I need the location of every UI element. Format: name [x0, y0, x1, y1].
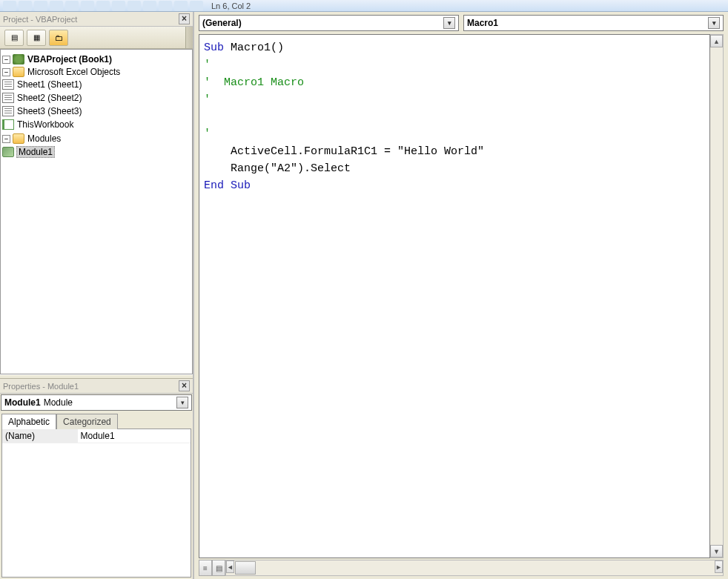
toolbar-icon[interactable] [65, 1, 79, 11]
main-toolbar[interactable]: Ln 6, Col 2 [0, 0, 728, 12]
scroll-right-icon[interactable]: ► [715, 560, 723, 573]
object-icon: ▦ [33, 33, 40, 42]
toolbar-icon[interactable] [174, 1, 188, 11]
object-dropdown-value: (General) [202, 18, 242, 28]
properties-grid[interactable]: (Name) Module1 [1, 429, 191, 578]
code-comment: ' [204, 93, 211, 106]
code-keyword: Sub [204, 42, 224, 54]
cursor-position: Ln 6, Col 2 [205, 1, 257, 10]
project-panel-title: Project - VBAProject × [0, 12, 193, 27]
toolbar-icon[interactable] [81, 1, 94, 11]
code-comment: ' [204, 59, 211, 71]
code-text: Macro1() [224, 42, 284, 54]
scroll-up-icon[interactable]: ▲ [710, 35, 723, 47]
tree-root-label[interactable]: VBAProject (Book1) [27, 54, 113, 64]
toolbar-icon[interactable] [3, 1, 16, 11]
vertical-scrollbar[interactable]: ▲ ▼ [710, 34, 724, 558]
code-comment: ' Macro1 Macro [204, 76, 304, 89]
property-key: (Name) [2, 429, 78, 443]
properties-object-type: Module [44, 397, 73, 408]
toolbar-icon[interactable] [159, 1, 172, 11]
view-object-button[interactable]: ▦ [27, 30, 46, 46]
project-tree[interactable]: − VBAProject (Book1) − Microsoft Excel O… [0, 49, 193, 374]
properties-tabs: Alphabetic Categorized [0, 411, 193, 429]
object-dropdown[interactable]: (General) [199, 15, 459, 31]
worksheet-icon [2, 79, 14, 90]
toolbar-icon[interactable] [128, 1, 141, 11]
procedure-view-button[interactable]: ≡ [199, 560, 212, 576]
folder-icon: 🗀 [55, 33, 63, 42]
folder-icon [13, 67, 24, 77]
properties-panel-title: Properties - Module1 × [0, 379, 193, 394]
tree-item-sheet1[interactable]: Sheet1 (Sheet1) [16, 79, 82, 90]
dropdown-icon[interactable] [176, 397, 188, 408]
toggle-folders-button[interactable]: 🗀 [49, 30, 68, 46]
tab-categorized[interactable]: Categorized [56, 414, 118, 429]
tab-alphabetic[interactable]: Alphabetic [1, 414, 56, 429]
folder-icon [13, 133, 24, 144]
code-keyword: End [204, 179, 224, 192]
tree-folder-label[interactable]: Microsoft Excel Objects [27, 67, 121, 77]
project-icon [13, 54, 24, 64]
toolbar-icon[interactable] [34, 1, 47, 11]
full-module-view-button[interactable]: ▤ [212, 560, 225, 576]
worksheet-icon [2, 93, 14, 103]
procedure-dropdown-value: Macro1 [467, 18, 498, 28]
scroll-left-icon[interactable]: ◄ [226, 560, 234, 573]
toolbar-icon[interactable] [143, 1, 156, 11]
project-panel-title-text: Project - VBAProject [3, 15, 179, 24]
properties-panel-title-text: Properties - Module1 [3, 382, 179, 391]
properties-object-name: Module1 [4, 397, 41, 408]
dropdown-icon[interactable] [443, 17, 455, 29]
tree-collapse-icon[interactable]: − [2, 135, 10, 143]
scroll-track[interactable] [257, 560, 715, 575]
procedure-dropdown[interactable]: Macro1 [463, 15, 724, 31]
toolbar-icon[interactable] [96, 1, 110, 11]
left-panels: Project - VBAProject × ▤ ▦ 🗀 − VBAP [0, 12, 194, 579]
properties-panel-close-icon[interactable]: × [179, 380, 190, 391]
scroll-thumb[interactable] [235, 561, 256, 575]
code-text [224, 179, 231, 192]
code-comment: ' [204, 128, 211, 140]
scroll-down-icon[interactable]: ▼ [710, 545, 723, 558]
code-editor[interactable]: Sub Macro1() ' ' Macro1 Macro ' ' Active… [199, 34, 710, 558]
properties-panel: Properties - Module1 × Module1 Module Al… [0, 379, 193, 579]
horizontal-scrollbar[interactable]: ◄ ► [225, 560, 724, 576]
toolbar-icon[interactable] [50, 1, 63, 11]
tree-item-sheet3[interactable]: Sheet3 (Sheet3) [16, 106, 82, 116]
tree-item-module1[interactable]: Module1 [16, 146, 55, 158]
scroll-track[interactable] [710, 47, 723, 545]
code-icon: ▤ [11, 33, 18, 42]
dropdown-icon[interactable] [708, 17, 720, 29]
tree-folder-modules[interactable]: Modules [27, 133, 62, 144]
property-row[interactable]: (Name) Module1 [2, 429, 191, 443]
properties-object-select[interactable]: Module1 Module [1, 394, 192, 411]
toolbar-icon[interactable] [190, 1, 203, 11]
toolbar-overflow[interactable] [185, 27, 193, 48]
project-toolbar: ▤ ▦ 🗀 [0, 27, 193, 49]
property-value[interactable]: Module1 [78, 429, 191, 443]
code-text: Range("A2").Select [204, 162, 351, 175]
toolbar-icon[interactable] [112, 1, 125, 11]
tree-collapse-icon[interactable]: − [2, 56, 10, 64]
tree-item-sheet2[interactable]: Sheet2 (Sheet2) [16, 93, 82, 103]
toolbar-icon[interactable] [19, 1, 32, 11]
module-icon [2, 147, 14, 157]
project-panel-close-icon[interactable]: × [179, 13, 190, 24]
view-code-button[interactable]: ▤ [4, 30, 24, 46]
code-panel: (General) Macro1 Sub Macro1() ' ' Macro1… [194, 12, 728, 579]
code-keyword: Sub [231, 179, 251, 192]
code-text: ActiveCell.FormulaR1C1 = "Hello World" [204, 145, 484, 158]
workbook-icon [2, 119, 14, 130]
worksheet-icon [2, 106, 14, 116]
tree-item-thisworkbook[interactable]: ThisWorkbook [16, 119, 74, 130]
tree-collapse-icon[interactable]: − [2, 68, 10, 76]
